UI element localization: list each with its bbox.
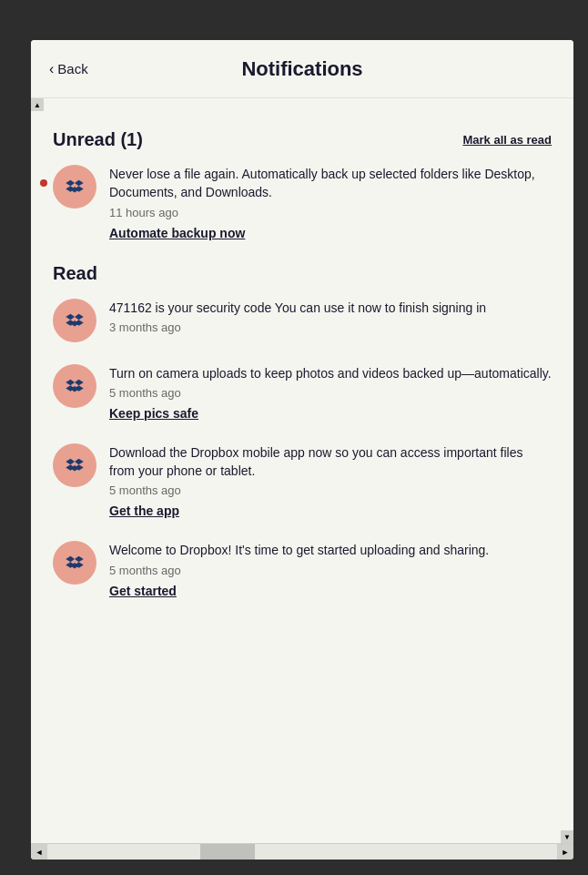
unread-notification-item: Never lose a file again. Automatically b… <box>53 165 552 241</box>
back-label: Back <box>57 61 87 76</box>
svg-marker-7 <box>75 313 84 320</box>
notification-text: 471162 is your security code You can use… <box>109 299 552 317</box>
notification-time: 11 hours ago <box>109 206 552 219</box>
keep-pics-safe-link[interactable]: Keep pics safe <box>109 406 198 421</box>
notification-time: 5 months ago <box>109 564 552 577</box>
automate-backup-link[interactable]: Automate backup now <box>109 226 245 240</box>
dropbox-icon <box>63 374 86 398</box>
read-notification-item-3: Download the Dropbox mobile app now so y… <box>53 443 552 520</box>
avatar <box>53 364 96 408</box>
dropbox-icon <box>63 309 86 332</box>
svg-marker-11 <box>66 379 75 385</box>
horizontal-scrollbar[interactable]: ◄ ► <box>31 843 573 860</box>
window-wrapper: ‹ Back Notifications ▲ Unread (1) Mark a… <box>0 0 588 875</box>
page-title: Notifications <box>241 57 362 81</box>
svg-marker-12 <box>75 379 84 385</box>
notifications-panel: ‹ Back Notifications ▲ Unread (1) Mark a… <box>31 40 573 860</box>
avatar <box>53 299 96 342</box>
mark-all-read-button[interactable]: Mark all as read <box>462 133 552 147</box>
scroll-right-arrow[interactable]: ► <box>557 844 573 860</box>
avatar <box>53 165 96 209</box>
notification-body: Turn on camera uploads to keep photos an… <box>109 364 552 422</box>
read-section-header: Read <box>53 263 552 284</box>
header: ‹ Back Notifications <box>31 40 573 98</box>
get-the-app-link[interactable]: Get the app <box>109 504 179 518</box>
read-notification-item-1: 471162 is your security code You can use… <box>53 299 552 342</box>
unread-heading: Unread (1) <box>53 129 143 150</box>
notification-time: 5 months ago <box>109 483 552 497</box>
read-notification-item-2: Turn on camera uploads to keep photos an… <box>53 364 552 422</box>
get-started-link[interactable]: Get started <box>109 584 177 598</box>
scroll-thumb[interactable] <box>200 844 255 860</box>
back-button[interactable]: ‹ Back <box>49 61 88 77</box>
svg-marker-17 <box>75 459 84 465</box>
notification-body: Download the Dropbox mobile app now so y… <box>109 443 552 520</box>
read-heading: Read <box>53 263 97 284</box>
content-area[interactable]: Unread (1) Mark all as read <box>31 111 573 843</box>
svg-marker-21 <box>66 556 75 563</box>
unread-section-header: Unread (1) Mark all as read <box>53 129 552 150</box>
dropbox-icon <box>63 551 86 575</box>
notification-text: Download the Dropbox mobile app now so y… <box>109 443 552 481</box>
notification-body: 471162 is your security code You can use… <box>109 299 552 340</box>
scroll-up-arrow[interactable]: ▲ <box>31 98 44 111</box>
notification-body: Welcome to Dropbox! It's time to get sta… <box>109 541 552 598</box>
notification-time: 3 months ago <box>109 320 552 334</box>
dropbox-icon <box>63 175 86 198</box>
read-notification-item-4: Welcome to Dropbox! It's time to get sta… <box>53 541 552 598</box>
notification-text: Turn on camera uploads to keep photos an… <box>109 364 552 382</box>
notification-time: 5 months ago <box>109 386 552 400</box>
notification-text: Welcome to Dropbox! It's time to get sta… <box>109 541 552 559</box>
avatar <box>53 541 96 585</box>
avatar <box>53 443 96 487</box>
svg-marker-16 <box>66 459 75 465</box>
notification-text: Never lose a file again. Automatically b… <box>109 165 552 202</box>
svg-marker-22 <box>75 556 84 563</box>
dropbox-icon <box>63 453 86 477</box>
scroll-track <box>47 844 557 860</box>
scroll-down-arrow[interactable]: ▼ <box>561 830 573 843</box>
scroll-left-arrow[interactable]: ◄ <box>31 844 47 860</box>
svg-marker-6 <box>66 313 75 320</box>
notification-body: Never lose a file again. Automatically b… <box>109 165 552 241</box>
back-chevron-icon: ‹ <box>49 61 54 77</box>
unread-dot <box>40 179 47 187</box>
